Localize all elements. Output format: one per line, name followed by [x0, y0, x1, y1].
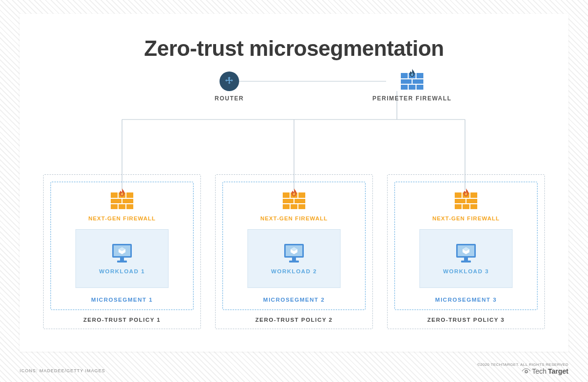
svg-point-19 — [525, 371, 527, 372]
svg-rect-16 — [464, 258, 468, 261]
router-icon — [220, 72, 239, 91]
diagram-title: Zero-trust microsegmentation — [20, 36, 568, 61]
footer-brand-block: ©2020 TECHTARGET. ALL RIGHTS RESERVED Te… — [477, 362, 568, 375]
perimeter-firewall-label: PERIMETER FIREWALL — [372, 95, 452, 102]
nextgen-firewall-label: NEXT-GEN FIREWALL — [432, 215, 500, 221]
svg-rect-12 — [292, 258, 296, 261]
policy-label: ZERO-TRUST POLICY 1 — [83, 317, 161, 323]
brand-light: Tech — [532, 367, 547, 375]
icons-credit: ICONS: MADEDEE/GETTY IMAGES — [20, 368, 105, 373]
workload-monitor-icon — [282, 243, 306, 263]
workload-box-1: WORKLOAD 1 — [75, 229, 169, 288]
brand-bold: Target — [548, 367, 568, 375]
workload-label: WORKLOAD 3 — [443, 268, 489, 274]
nextgen-firewall-icon — [455, 191, 477, 211]
nextgen-firewall-icon — [283, 191, 305, 211]
nextgen-firewall-icon — [111, 191, 133, 211]
workload-monitor-icon — [110, 243, 134, 263]
policy-box-3: NEXT-GEN FIREWALL WORKLOAD 3 MICROSEGMEN — [387, 174, 545, 329]
router-node: ROUTER — [215, 72, 244, 102]
policy-box-2: NEXT-GEN FIREWALL WORKLOAD 2 MICROSEGMEN — [215, 174, 373, 329]
perimeter-firewall-node: PERIMETER FIREWALL — [372, 72, 452, 102]
nextgen-firewall-label: NEXT-GEN FIREWALL — [260, 215, 328, 221]
diagram-card: Zero-trust microsegmentation ROUTER — [20, 14, 568, 352]
policy-label: ZERO-TRUST POLICY 3 — [427, 317, 505, 323]
policy-box-1: NEXT-GEN FIREWALL WORKLOAD 1 MICROSEGMEN — [43, 174, 201, 329]
microsegment-label: MICROSEGMENT 2 — [263, 297, 325, 303]
microsegment-box-2: NEXT-GEN FIREWALL WORKLOAD 2 MICROSEGMEN — [222, 182, 366, 310]
microsegment-box-1: NEXT-GEN FIREWALL WORKLOAD 1 MICROSEGMEN — [50, 182, 194, 310]
workload-box-3: WORKLOAD 3 — [419, 229, 513, 288]
perimeter-firewall-icon — [401, 72, 423, 91]
svg-rect-9 — [117, 261, 127, 263]
microsegment-label: MICROSEGMENT 3 — [435, 297, 497, 303]
workload-label: WORKLOAD 1 — [99, 268, 145, 274]
workload-label: WORKLOAD 2 — [271, 268, 317, 274]
svg-rect-13 — [289, 261, 299, 263]
nextgen-firewall-label: NEXT-GEN FIREWALL — [88, 215, 156, 221]
policy-row: NEXT-GEN FIREWALL WORKLOAD 1 MICROSEGMEN — [43, 174, 545, 329]
svg-rect-17 — [461, 261, 471, 263]
diagram-canvas: ROUTER PERIMETER FIREWALL NEXT-GEN FIREW… — [20, 61, 568, 335]
eye-icon — [522, 368, 531, 374]
microsegment-box-3: NEXT-GEN FIREWALL WORKLOAD 3 MICROSEGMEN — [394, 182, 538, 310]
brand-logo: TechTarget — [522, 367, 568, 375]
svg-rect-8 — [120, 258, 124, 261]
router-label: ROUTER — [215, 95, 244, 102]
microsegment-label: MICROSEGMENT 1 — [91, 297, 153, 303]
copyright-text: ©2020 TECHTARGET. ALL RIGHTS RESERVED — [477, 362, 568, 367]
policy-label: ZERO-TRUST POLICY 2 — [255, 317, 333, 323]
workload-monitor-icon — [454, 243, 478, 263]
workload-box-2: WORKLOAD 2 — [247, 229, 341, 288]
